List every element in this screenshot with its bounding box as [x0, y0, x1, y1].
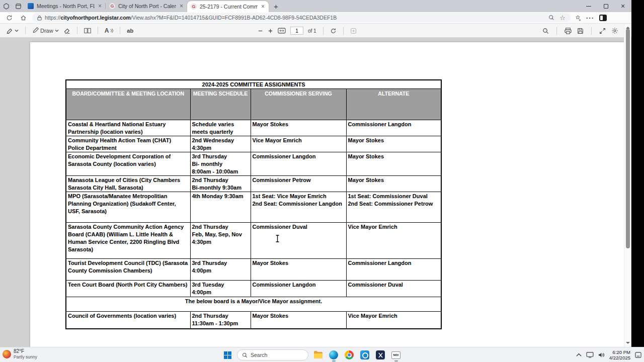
- taskbar-search-box[interactable]: Search: [237, 349, 308, 360]
- highlight-tool-button[interactable]: [6, 27, 19, 34]
- url-text: https://cityofnorthport.legistar.com/Vie…: [45, 15, 545, 21]
- taskbar: 82°F Partly sunny Search: [0, 347, 644, 362]
- alternate-cell: Commissioner Duval: [346, 281, 441, 297]
- ndi-app-button[interactable]: NDI: [390, 348, 402, 362]
- pdf-viewport[interactable]: 2024-2025 COMMITTEE ASSIGNMENTS BOARD/CO…: [0, 38, 631, 347]
- home-button[interactable]: [18, 13, 28, 23]
- pdf-search-button[interactable]: [542, 28, 549, 34]
- outlook-button[interactable]: [359, 348, 371, 362]
- volume-icon[interactable]: [598, 352, 605, 358]
- read-aloud-icon: A: [105, 27, 109, 34]
- tab-close-icon[interactable]: ×: [179, 3, 184, 9]
- table-header-row: BOARD/COMMITTEE & MEETING LOCATION MEETI…: [66, 89, 441, 120]
- weather-widget[interactable]: 82°F Partly sunny: [3, 348, 37, 359]
- pdf-settings-button[interactable]: [611, 27, 618, 34]
- fullscreen-button[interactable]: [599, 28, 606, 34]
- draw-tool-button[interactable]: Draw: [32, 27, 59, 34]
- tab-meetings[interactable]: Meetings - North Port, FL ×: [24, 0, 106, 12]
- board-cell: MPO (Sarasota/Manatee Metropolitian Plan…: [66, 192, 190, 223]
- serving-cell: Mayor Stokes: [251, 312, 346, 329]
- column-header: ALTERNATE: [346, 89, 441, 120]
- schedule-cell: 3rd Thursday Bi- monthly 8:00am - 10:00a…: [190, 152, 251, 176]
- favorite-star-icon[interactable]: ☆: [559, 15, 566, 21]
- chrome-icon: [345, 350, 354, 359]
- notification-center-icon[interactable]: [635, 352, 641, 358]
- table-note-row: The below board is a Mayor/Vice Mayor as…: [66, 297, 441, 312]
- weather-temp: 82°F: [14, 348, 37, 354]
- window-maximize-button[interactable]: [597, 0, 614, 12]
- scrollbar-thumb[interactable]: [626, 29, 630, 248]
- granicus-favicon: G: [109, 3, 115, 9]
- text-cursor: [275, 235, 280, 242]
- column-header: COMMISSIONER SERVING: [251, 89, 346, 120]
- text-selection-button[interactable]: ab: [127, 28, 133, 34]
- pen-icon: [32, 27, 39, 34]
- chrome-button[interactable]: [343, 348, 355, 362]
- highlighter-icon: [6, 27, 13, 34]
- board-cell: Teen Court Board (North Port City Chambe…: [66, 281, 190, 297]
- table-row: Economic Development Corporation of Sara…: [66, 152, 441, 176]
- tab-close-icon[interactable]: ×: [261, 4, 265, 10]
- favorites-hub-icon[interactable]: [575, 15, 581, 21]
- page-view-button[interactable]: [84, 28, 91, 34]
- x-shaped-app-button[interactable]: [374, 348, 386, 362]
- schedule-cell: 2nd Wednesday 4:30pm: [190, 136, 251, 152]
- taskbar-clock[interactable]: 6:20 PM 4/22/2025: [609, 349, 630, 360]
- tab-actions-icon[interactable]: [12, 0, 24, 12]
- tray-expand-icon[interactable]: [576, 353, 582, 357]
- maximize-icon: [604, 4, 608, 9]
- address-bar[interactable]: https://cityofnorthport.legistar.com/Vie…: [32, 13, 571, 22]
- board-cell: Sarasota County Community Action Agency …: [66, 223, 190, 259]
- zoom-out-button[interactable]: [258, 28, 263, 34]
- edge-button[interactable]: [328, 348, 340, 362]
- tab-close-icon[interactable]: ×: [98, 3, 102, 9]
- table-row: Council of Governments (location varies)…: [66, 312, 441, 329]
- address-toolbar: https://cityofnorthport.legistar.com/Vie…: [0, 12, 631, 24]
- board-cell: Coastal & Heartland National Estuary Par…: [66, 120, 190, 136]
- serving-cell: Commissioner Langdon: [251, 281, 346, 297]
- table-row: Manasota League of Cities (City Chambers…: [66, 176, 441, 192]
- save-button[interactable]: [577, 28, 584, 34]
- outlook-icon: [360, 350, 369, 359]
- column-header: MEETING SCHEDULE: [190, 89, 251, 120]
- table-row: MPO (Sarasota/Manatee Metropolitian Plan…: [66, 192, 441, 223]
- new-tab-button[interactable]: +: [269, 2, 283, 11]
- tab-title: Meetings - North Port, FL: [37, 3, 95, 9]
- board-cell: Council of Governments (location varies): [66, 312, 190, 329]
- schedule-cell: 2nd Thursday Bi-monthly 9:30am: [190, 176, 251, 192]
- refresh-button[interactable]: [4, 13, 14, 23]
- cast-display-icon[interactable]: [586, 352, 594, 358]
- vertical-scrollbar[interactable]: [624, 24, 631, 347]
- fit-to-width-button[interactable]: [278, 28, 286, 34]
- start-button[interactable]: [221, 349, 233, 361]
- pdf-page: 2024-2025 COMMITTEE ASSIGNMENTS BOARD/CO…: [30, 42, 624, 347]
- read-aloud-button[interactable]: A: [105, 27, 114, 34]
- clock-time: 6:20 PM: [613, 349, 630, 355]
- more-options-icon[interactable]: ···: [586, 14, 594, 22]
- tab-title: City of North Port - Calendar: [118, 3, 176, 9]
- rotate-button[interactable]: [330, 28, 337, 34]
- scroll-down-button[interactable]: [624, 340, 631, 346]
- window-close-button[interactable]: ×: [614, 0, 631, 12]
- chevron-down-icon: [55, 29, 59, 33]
- schedule-cell: 3rd Thursday 4:00pm: [190, 259, 251, 281]
- tab-calendar[interactable]: G City of North Port - Calendar ×: [106, 0, 187, 12]
- window-minimize-button[interactable]: [580, 0, 597, 12]
- system-tray: 6:20 PM 4/22/2025: [576, 347, 641, 362]
- workspaces-icon[interactable]: [0, 0, 12, 12]
- page-number-input[interactable]: [290, 27, 303, 35]
- zoom-in-button[interactable]: [268, 28, 273, 34]
- tab-committee-assignments-active[interactable]: G 25-2179 - Current Committee As ×: [187, 1, 269, 12]
- board-cell: Community Health Action Team (CHAT) Poli…: [66, 136, 190, 152]
- zoom-indicator-icon[interactable]: [548, 15, 554, 21]
- print-button[interactable]: [565, 28, 572, 34]
- more-tools-button[interactable]: [350, 28, 357, 34]
- alternate-cell: 1st Seat: Commissioner Duval 2nd Seat: C…: [346, 192, 441, 223]
- file-explorer-button[interactable]: [312, 348, 324, 362]
- erase-tool-button[interactable]: [63, 27, 70, 34]
- minimize-icon: [586, 6, 591, 7]
- serving-cell: Vice Mayor Emrich: [251, 136, 346, 152]
- serving-cell: Commissioner Petrow: [251, 176, 346, 192]
- browser-profile-icon[interactable]: [599, 15, 607, 21]
- schedule-cell: 4th Monday 9:30am: [190, 192, 251, 223]
